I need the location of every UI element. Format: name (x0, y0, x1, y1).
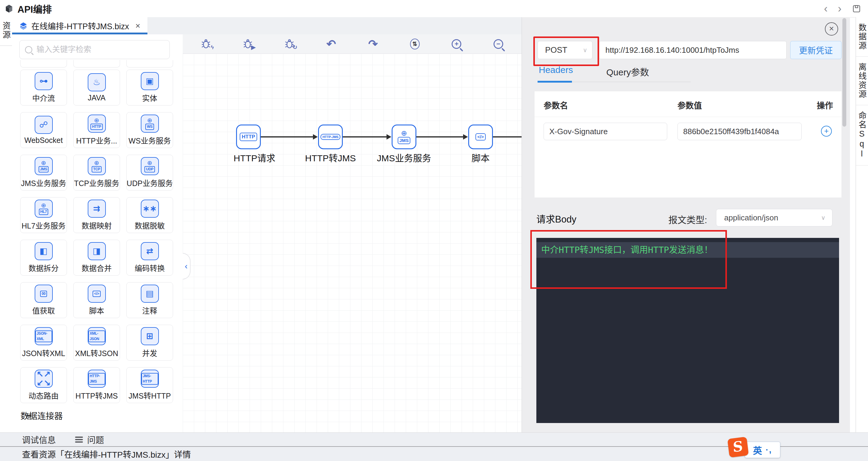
palette-card-hl7-service[interactable]: ⊕HL7HL7业务服务 (20, 197, 67, 233)
bug-flash-icon: ϟ (200, 39, 211, 50)
content-type-select[interactable]: application/json ∨ (716, 209, 832, 226)
palette-card-dynamic-route[interactable]: ↖↗ ↙↘动态路由 (20, 367, 67, 403)
title-bar: API编排 ‹ › (0, 0, 868, 18)
sidebar-item-datasource[interactable]: 数据源 (856, 17, 868, 57)
palette-card-concurrent[interactable]: ⊞并发 (126, 325, 173, 361)
forward-icon[interactable]: › (838, 3, 841, 14)
tab-active-file[interactable]: 在线编排-HTTP转JMS.bizx × (12, 17, 148, 34)
panel-close-button[interactable]: × (825, 22, 838, 36)
palette-card-encode-convert[interactable]: ⇄编码转换 (126, 240, 173, 276)
palette-search[interactable] (19, 40, 170, 59)
palette-card-jms-to-http[interactable]: JMS-HTTPJMS转HTTP (126, 367, 173, 403)
ime-status-pill[interactable]: 英 ·, (745, 442, 780, 458)
right-sidebar-strip: 数据源 离线资源 命名Sql (856, 17, 868, 432)
entity-icon: ▣ (141, 72, 159, 90)
palette-card-value-get[interactable]: 00值获取 (20, 282, 67, 318)
palette-card-script[interactable]: </>脚本 (73, 282, 120, 318)
encode-convert-icon: ⇄ (141, 242, 159, 260)
chevron-down-icon: ∨ (821, 214, 826, 221)
request-url-input[interactable] (599, 41, 786, 59)
redo-button[interactable]: ↷ (366, 37, 379, 51)
palette-card-http-to-jms[interactable]: HTTP-JMSHTTP转JMS (73, 367, 120, 403)
palette-card-comment[interactable]: ▤注释 (126, 282, 173, 318)
debug-flash-button[interactable]: ϟ (199, 37, 213, 51)
zoom-out-button[interactable]: − (492, 37, 505, 51)
tab-headers[interactable]: Headers (539, 65, 573, 75)
sidebar-item-named-sql[interactable]: 命名Sql (856, 105, 868, 165)
palette-card-partial[interactable] (126, 60, 173, 67)
swap-circle-icon: ⇅ (410, 39, 420, 50)
undo-button[interactable]: ↶ (325, 37, 338, 51)
tab-debug-info[interactable]: 调试信息 (22, 434, 56, 445)
palette-card-partial[interactable] (73, 60, 120, 67)
palette-card-xml-to-json[interactable]: XML-JSONXML转JSON (73, 325, 120, 361)
palette-card-ws-service[interactable]: ⊕WSWS业务服务 (126, 112, 173, 148)
panel-collapse-handle[interactable]: ‹ (183, 253, 190, 279)
flow-node-http-request[interactable]: HTTP (236, 125, 261, 149)
data-connector-section[interactable]: ▼ 数据连接器 (12, 407, 183, 424)
palette-card-java[interactable]: ♨JAVA (73, 70, 120, 105)
zoom-in-button[interactable]: + (450, 37, 463, 51)
collapse-arrow-icon[interactable]: ▼ (27, 415, 31, 416)
flow-node-label: HTTP转JMS (294, 151, 367, 164)
search-input[interactable] (36, 44, 164, 55)
param-value-input[interactable] (678, 123, 802, 140)
palette-card-jms-service[interactable]: ⊕JMSJMS业务服务 (20, 155, 67, 190)
dynamic-route-icon: ↖↗ ↙↘ (35, 370, 53, 388)
tab-problems[interactable]: 问题 (87, 434, 104, 445)
ime-widget[interactable]: 英 ·, S (728, 437, 789, 461)
flow-node-jms-service[interactable]: ⊕ JMS (392, 125, 416, 149)
zoom-in-icon: + (452, 39, 461, 49)
request-body-editor[interactable]: 中介HTTP转JMS接口，调用HTTP发送消息！ (536, 238, 839, 423)
update-credential-button[interactable]: 更新凭证 (790, 41, 841, 59)
canvas-grid[interactable]: HTTP HTTP请求 HTTP-JMS HTTP转JMS ⊕ JMS JMS业… (183, 54, 522, 432)
auto-layout-button[interactable]: ⇅ (408, 37, 422, 51)
palette-card-data-mapping[interactable]: ⇉数据映射 (73, 197, 120, 233)
search-icon (25, 46, 32, 53)
palette-card-data-masking[interactable]: ∗∗数据脱敏 (126, 197, 173, 233)
palette-card-http-service[interactable]: ⊕HTTPHTTP业务... (73, 112, 120, 148)
palette-card-zhongjieliu[interactable]: ⊶中介流 (20, 70, 67, 105)
tab-close-icon[interactable]: × (135, 21, 140, 31)
save-icon[interactable] (852, 4, 861, 13)
jms-to-http-icon: JMS-HTTP (141, 370, 159, 388)
debug-refresh-button[interactable]: ↻ (283, 37, 296, 51)
tab-title: 在线编排-HTTP转JMS.bizx (31, 20, 129, 32)
vertical-scrollbar[interactable] (842, 18, 846, 127)
palette-card-entity[interactable]: ▣实体 (126, 70, 173, 105)
debug-run-button[interactable]: ▶ (241, 37, 254, 51)
flow-node-label: 脚本 (444, 151, 517, 164)
param-name-input[interactable] (544, 123, 667, 140)
hl7-service-icon: ⊕HL7 (35, 199, 53, 218)
flow-arrow (261, 136, 313, 137)
flow-node-script[interactable]: </> (468, 125, 493, 149)
column-param-value: 参数值 (678, 99, 702, 111)
http-method-select[interactable]: POST ∨ (537, 41, 592, 59)
udp-service-icon: ⊕UDP (141, 157, 159, 175)
zoom-out-icon: − (494, 39, 503, 49)
palette-card-udp-service[interactable]: ⊕UDPUDP业务服务 (126, 155, 173, 190)
column-param-name: 参数名 (544, 99, 568, 111)
sidebar-item-offline-resources[interactable]: 离线资源 (856, 57, 868, 105)
tcp-service-icon: ⊕TCP (88, 157, 106, 175)
flow-node-http-to-jms[interactable]: HTTP-JMS (318, 125, 343, 149)
palette-card-websocket[interactable]: ☍WebSocket (20, 112, 67, 148)
resources-label: 资源 (0, 22, 12, 39)
window-controls: ‹ › (824, 0, 861, 17)
palette-card-data-merge[interactable]: ◨数据合并 (73, 240, 120, 276)
palette-card-tcp-service[interactable]: ⊕TCPTCP业务服务 (73, 155, 120, 190)
add-param-button[interactable]: + (821, 126, 832, 136)
tab-query-params[interactable]: Query参数 (606, 65, 649, 78)
value-get-icon: 00 (35, 285, 53, 303)
palette-card-partial[interactable] (20, 60, 67, 67)
sogou-logo-icon[interactable]: S (727, 437, 749, 457)
palette-card-json-to-xml[interactable]: JSON-XMLJSON转XML (20, 325, 67, 361)
palette-card-data-split[interactable]: ◧数据拆分 (20, 240, 67, 276)
sidebar-item-resources[interactable]: 资源 (0, 17, 12, 46)
bug-run-icon: ▶ (242, 39, 253, 50)
back-icon[interactable]: ‹ (824, 3, 828, 14)
left-sidebar-strip: 资源 (0, 17, 12, 432)
jms-service-icon: ⊕JMS (35, 157, 53, 175)
flow-arrow (493, 136, 522, 137)
table-divider (534, 117, 841, 117)
